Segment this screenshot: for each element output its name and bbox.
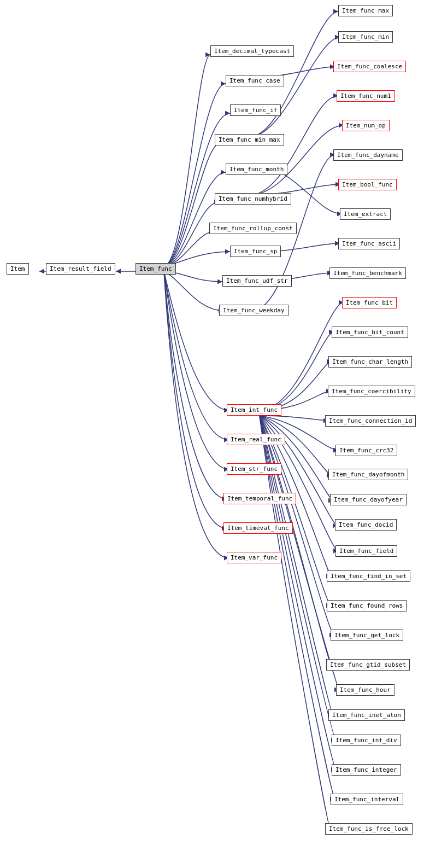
node-Item_num_op: Item_num_op bbox=[342, 120, 390, 131]
node-Item_func_hour: Item_func_hour bbox=[336, 684, 394, 696]
node-Item_func_inet_aton: Item_func_inet_aton bbox=[328, 709, 405, 721]
node-Item_func_udf_str: Item_func_udf_str bbox=[222, 275, 292, 287]
node-Item_func_ascii: Item_func_ascii bbox=[338, 238, 400, 249]
node-Item_func_sp: Item_func_sp bbox=[230, 246, 281, 257]
node-Item_func_bit_count: Item_func_bit_count bbox=[332, 327, 408, 338]
node-Item_func_integer: Item_func_integer bbox=[332, 764, 401, 776]
node-Item_func_int_div: Item_func_int_div bbox=[332, 735, 401, 746]
node-Item_func_case: Item_func_case bbox=[226, 75, 284, 86]
diagram-container: Item Item_result_field Item_func Item_de… bbox=[0, 0, 424, 868]
node-Item_real_func: Item_real_func bbox=[227, 434, 285, 445]
node-Item_func_interval: Item_func_interval bbox=[331, 794, 403, 805]
node-Item_func_connection_id: Item_func_connection_id bbox=[325, 415, 416, 427]
node-Item_func_found_rows: Item_func_found_rows bbox=[327, 600, 407, 611]
node-Item_str_func: Item_str_func bbox=[227, 463, 281, 475]
node-Item_func_coalesce: Item_func_coalesce bbox=[333, 61, 406, 72]
node-Item_func_benchmark: Item_func_benchmark bbox=[329, 267, 406, 279]
node-Item_extract: Item_extract bbox=[340, 208, 391, 220]
node-Item_bool_func: Item_bool_func bbox=[338, 179, 397, 190]
node-Item_func_num1: Item_func_num1 bbox=[337, 90, 395, 102]
node-Item_func_dayofmonth: Item_func_dayofmonth bbox=[328, 469, 408, 480]
node-Item_func_weekday: Item_func_weekday bbox=[219, 305, 288, 316]
node-Item_func_numhybrid: Item_func_numhybrid bbox=[215, 193, 291, 205]
node-Item_func_max: Item_func_max bbox=[338, 5, 393, 16]
node-Item_func_is_free_lock: Item_func_is_free_lock bbox=[325, 823, 413, 835]
node-Item_func_bit: Item_func_bit bbox=[342, 297, 397, 308]
node-Item_func_dayofyear: Item_func_dayofyear bbox=[330, 494, 407, 505]
node-Item_func_get_lock: Item_func_get_lock bbox=[331, 630, 403, 641]
node-Item_int_func: Item_int_func bbox=[227, 404, 281, 416]
node-Item_var_func: Item_var_func bbox=[227, 552, 281, 563]
node-Item_func_docid: Item_func_docid bbox=[335, 519, 397, 531]
node-Item_func_crc32: Item_func_crc32 bbox=[335, 445, 397, 456]
node-Item_result_field: Item_result_field bbox=[46, 263, 115, 275]
node-Item_func_field: Item_func_field bbox=[335, 545, 397, 557]
node-Item_func_coercibility: Item_func_coercibility bbox=[328, 386, 415, 397]
node-Item_temporal_func: Item_temporal_func bbox=[223, 493, 296, 504]
node-Item_func_month: Item_func_month bbox=[226, 164, 287, 175]
node-Item_func_dayname: Item_func_dayname bbox=[333, 149, 403, 161]
node-Item_func_gtid_subset: Item_func_gtid_subset bbox=[326, 659, 410, 671]
node-Item_func_rollup_const: Item_func_rollup_const bbox=[209, 223, 297, 234]
node-Item_timeval_func: Item_timeval_func bbox=[223, 522, 293, 534]
node-Item_decimal_typecast: Item_decimal_typecast bbox=[210, 45, 294, 57]
node-Item_func_find_in_set: Item_func_find_in_set bbox=[327, 570, 410, 582]
node-Item: Item bbox=[7, 263, 29, 275]
node-Item_func: Item_func bbox=[136, 263, 176, 275]
node-Item_func_min_max: Item_func_min_max bbox=[215, 134, 284, 145]
node-Item_func_min: Item_func_min bbox=[338, 31, 393, 43]
node-Item_func_char_length: Item_func_char_length bbox=[328, 356, 412, 368]
node-Item_func_if: Item_func_if bbox=[230, 104, 281, 116]
